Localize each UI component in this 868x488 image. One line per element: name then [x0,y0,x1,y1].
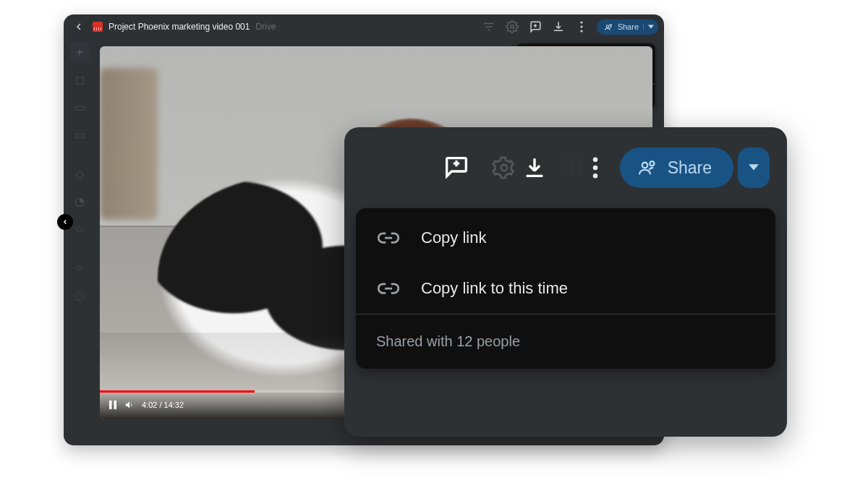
trash-icon[interactable]: ○ [69,257,90,278]
volume-button[interactable] [124,400,135,410]
svg-point-1 [580,21,582,23]
new-button[interactable]: ＋ [69,42,90,62]
shared-with-footer-large: Shared with 12 people [356,314,775,369]
share-label-large: Share [668,158,712,178]
share-menu-large: Copy link Copy link to this time Shared … [356,208,775,369]
more-vert-icon[interactable] [574,19,590,35]
home-icon[interactable]: ◻ [69,69,90,90]
page-title: Project Phoenix marketing video 001 [109,22,250,32]
recent-icon[interactable]: ◔ [69,191,90,211]
svg-point-9 [592,158,597,163]
gear-icon[interactable] [504,19,520,35]
gear-icon-large[interactable] [488,152,520,184]
share-controls-zoom-panel: Share Copy link Copy link to this time S… [344,127,787,437]
svg-point-4 [606,25,608,27]
add-comment-icon-large[interactable] [436,152,477,184]
filter-icon[interactable] [481,19,497,35]
progress-fill [100,390,255,393]
svg-point-8 [501,165,507,171]
video-file-icon [93,22,103,32]
share-label-small: Share [618,22,639,31]
svg-point-2 [580,25,582,27]
svg-rect-7 [114,401,117,409]
svg-point-3 [580,30,582,32]
add-comment-icon[interactable] [527,19,543,35]
svg-rect-6 [109,401,112,409]
drive-icon[interactable]: ▭ [69,97,90,117]
pause-button[interactable] [109,401,117,409]
app-grid-icon[interactable] [562,152,584,184]
share-dropdown-toggle-small[interactable] [643,24,654,30]
share-dropdown-toggle-large[interactable] [738,147,770,188]
share-button-small[interactable]: Share [597,20,658,35]
collapse-sidebar-button[interactable] [57,214,73,230]
menu-item-label: Copy link to this time [421,279,568,298]
svg-point-12 [642,163,647,168]
zoom-toolbar: Share [344,127,787,208]
svg-point-11 [592,174,597,179]
svg-point-13 [650,161,654,166]
left-rail: ＋ ◻ ▭ ▭ ◇ ◔ ☆ ○ ◌ [64,39,95,445]
shared-icon[interactable]: ◇ [69,163,90,184]
share-button-large[interactable]: Share [620,147,733,188]
svg-point-10 [592,166,597,171]
storage-icon[interactable]: ◌ [69,285,90,305]
computers-icon[interactable]: ▭ [69,124,90,145]
download-icon-large[interactable] [519,152,550,184]
link-icon [376,227,401,249]
copy-link-item-large[interactable]: Copy link [356,213,775,263]
title-bar: Project Phoenix marketing video 001 Driv… [64,14,664,39]
page-context: Drive [255,22,276,32]
more-vert-icon-large[interactable] [588,152,603,184]
menu-item-label: Copy link [421,228,486,247]
download-icon[interactable] [550,19,566,35]
link-icon [376,278,401,299]
back-button[interactable] [71,19,87,35]
svg-point-5 [609,24,611,26]
copy-link-time-item-large[interactable]: Copy link to this time [356,263,775,314]
time-display: 4:02 / 14:32 [142,401,184,409]
svg-point-0 [510,25,514,29]
